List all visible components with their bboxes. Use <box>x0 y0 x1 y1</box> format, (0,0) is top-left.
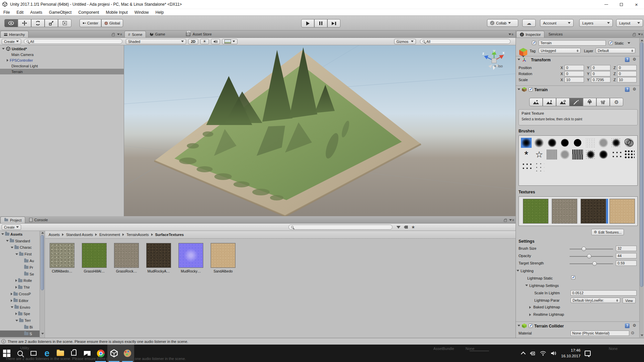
cloud-button[interactable]: ☁ <box>522 19 536 27</box>
collider-enabled-checkbox[interactable] <box>529 324 533 328</box>
panel-menu-icon[interactable]: ≡ <box>638 33 643 36</box>
brush-thumbnail[interactable] <box>534 161 544 171</box>
rect-tool-button[interactable] <box>58 19 71 27</box>
panel-menu-icon[interactable]: ≡ <box>117 33 122 36</box>
tree-item-audio[interactable]: Au <box>0 257 40 264</box>
favorites-star-icon[interactable]: ★ <box>411 225 415 230</box>
realtime-lightmap-foldout-icon[interactable] <box>529 313 531 316</box>
tree-item-thirdperson[interactable]: Thir <box>0 284 40 291</box>
asset-cliffalbedo[interactable]: CliffAlbedo… <box>49 243 75 273</box>
menu-gameobject[interactable]: GameObject <box>46 10 75 15</box>
lightmap-settings-foldout-icon[interactable] <box>525 285 528 286</box>
terrain-settings-button[interactable]: ⚙ <box>610 98 623 106</box>
taskbar-search-button[interactable] <box>13 345 27 362</box>
menu-component[interactable]: Component <box>75 10 102 15</box>
slider-thumb[interactable] <box>592 261 597 266</box>
asset-mudrockyalbedo[interactable]: MudRockyA… <box>145 243 172 273</box>
close-button[interactable]: × <box>629 0 644 9</box>
brush-thumbnail[interactable] <box>624 149 635 160</box>
tree-item-speedtree[interactable]: Spe <box>0 311 40 317</box>
menu-mobile-input[interactable]: Mobile Input <box>102 10 131 15</box>
edit-textures-button[interactable]: ⚙ Edit Textures... <box>591 229 624 235</box>
effects-dropdown[interactable] <box>222 39 237 44</box>
texture-thumbnail-sand-selected[interactable] <box>609 199 635 224</box>
place-trees-button[interactable] <box>583 98 596 106</box>
asset-grassrockyalbedo[interactable]: GrassRock… <box>113 243 140 273</box>
tree-item-firstperson[interactable]: First <box>0 251 40 257</box>
maximize-button[interactable] <box>614 0 629 9</box>
active-checkbox[interactable] <box>532 41 536 45</box>
tab-game[interactable]: Game <box>147 31 168 38</box>
asset-mudrockynormal[interactable]: MudRocky… <box>177 243 204 273</box>
tree-item-prefabs[interactable]: Pr <box>0 264 40 271</box>
tree-item-crossplatform[interactable]: CrossP <box>0 291 40 297</box>
gear-icon[interactable]: ⚙ <box>633 323 636 327</box>
account-button[interactable]: Account <box>540 19 574 27</box>
hierarchy-item-fpscontroller[interactable]: FPSController <box>0 57 124 63</box>
brush-thumbnail-selected[interactable] <box>521 138 532 148</box>
paint-details-button[interactable] <box>596 98 610 106</box>
asset-sandalbedo[interactable]: SandAlbedo <box>210 243 236 273</box>
step-button[interactable] <box>327 19 340 27</box>
lightmap-static-checkbox[interactable] <box>571 276 575 280</box>
scene-search-input[interactable]: All <box>420 39 511 44</box>
lighting-foldout-icon[interactable] <box>517 270 519 272</box>
scene-viewport[interactable]: y x z ≡ Iso <box>124 45 516 216</box>
brush-thumbnail[interactable] <box>547 138 557 148</box>
paint-height-button[interactable] <box>543 98 556 106</box>
tag-dropdown[interactable]: Untagged <box>539 48 581 53</box>
mail-taskbar-icon[interactable] <box>80 345 94 362</box>
rotation-y-field[interactable]: 0 <box>591 71 610 76</box>
start-button[interactable] <box>0 345 13 362</box>
help-icon[interactable] <box>625 57 630 62</box>
project-create-button[interactable]: Create <box>2 225 21 230</box>
raise-lower-terrain-button[interactable] <box>529 98 543 106</box>
gizmos-dropdown[interactable]: Gizmos <box>394 39 416 44</box>
brush-thumbnail[interactable] <box>624 138 635 148</box>
brush-thumbnail[interactable] <box>534 138 544 148</box>
scale-y-field[interactable]: 0.7295 <box>591 77 610 82</box>
lock-icon[interactable] <box>112 34 115 36</box>
audio-toggle-button[interactable] <box>211 39 220 44</box>
tree-item-editor[interactable]: Editor <box>0 297 40 304</box>
volume-icon[interactable] <box>550 351 557 356</box>
task-view-button[interactable] <box>27 345 40 362</box>
rotate-tool-button[interactable] <box>31 19 45 27</box>
foldout-closed-icon[interactable] <box>7 59 8 62</box>
brush-thumbnail[interactable] <box>598 149 609 160</box>
hierarchy-item-main-camera[interactable]: Main Camera <box>0 52 124 57</box>
lock-icon[interactable] <box>633 34 636 36</box>
chrome-taskbar-icon[interactable] <box>94 345 107 362</box>
gear-icon[interactable]: ⚙ <box>633 57 636 61</box>
scale-x-field[interactable]: 10 <box>565 77 584 82</box>
scroll-up-icon[interactable] <box>41 232 44 234</box>
menu-help[interactable]: Help <box>152 10 167 15</box>
tree-item-billboards[interactable]: Bi <box>0 324 40 330</box>
panel-menu-icon[interactable]: ≡ <box>508 33 514 36</box>
hierarchy-item-scene[interactable]: Untitled* <box>0 46 124 52</box>
status-bar[interactable]: There are 2 audio listeners in the scene… <box>0 338 644 345</box>
lock-icon[interactable] <box>504 220 507 222</box>
target-strength-field[interactable]: 0.59 <box>616 260 637 266</box>
layout-button[interactable]: Layout <box>616 19 643 27</box>
brush-thumbnail[interactable] <box>572 149 583 160</box>
brush-thumbnail[interactable] <box>611 149 622 160</box>
breadcrumb-assets[interactable]: Assets <box>49 233 60 237</box>
opacity-field[interactable]: 44 <box>616 253 637 258</box>
scale-in-lightmap-field[interactable]: 0.0512 <box>571 290 637 296</box>
hierarchy-search-input[interactable]: All <box>24 39 122 44</box>
unity-taskbar-icon[interactable] <box>107 345 121 362</box>
foldout-open-icon[interactable] <box>2 48 5 50</box>
edge-taskbar-icon[interactable]: e <box>40 345 54 362</box>
taskbar-clock[interactable]: 17:46 16.10.2017 <box>561 348 581 359</box>
gear-icon[interactable]: ⚙ <box>633 87 636 91</box>
position-y-field[interactable]: 0 <box>591 65 610 70</box>
scroll-down-icon[interactable] <box>641 335 643 336</box>
paint-texture-button[interactable] <box>570 98 583 106</box>
view-lightmap-button[interactable]: View <box>623 298 636 303</box>
slider-thumb[interactable] <box>587 254 591 258</box>
tree-item-standard-assets[interactable]: Standard <box>0 238 40 244</box>
project-search-input[interactable] <box>288 225 392 230</box>
brush-thumbnail[interactable] <box>559 138 570 148</box>
brush-thumbnail[interactable] <box>585 149 596 160</box>
